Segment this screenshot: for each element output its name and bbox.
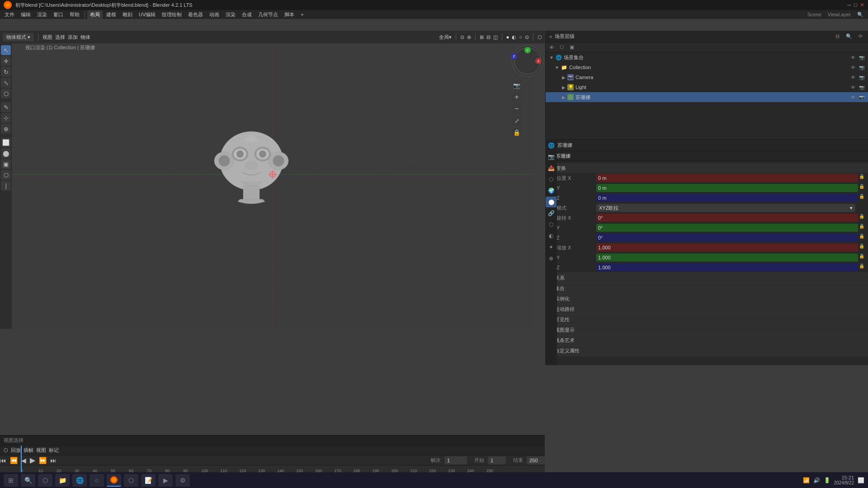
location-x[interactable]: 0 m: [596, 174, 858, 182]
lock-y[interactable]: 🔒: [859, 184, 864, 192]
lock-sy[interactable]: 🔒: [859, 253, 864, 262]
filter-mesh[interactable]: ▣: [568, 43, 576, 51]
tl-view[interactable]: 视图: [36, 447, 46, 454]
zoom-camera-btn[interactable]: 📷: [512, 80, 522, 90]
measure-tool[interactable]: ⊹: [1, 113, 11, 123]
menu-modeling[interactable]: 建模: [104, 10, 119, 19]
menu-script[interactable]: 脚本: [282, 10, 297, 19]
current-frame-input[interactable]: 1: [444, 456, 467, 465]
menu-edit[interactable]: 编辑: [18, 10, 33, 19]
menu-composite[interactable]: 合成: [239, 10, 255, 19]
gizmo-y-axis[interactable]: Y: [524, 47, 531, 53]
prop-object-tab[interactable]: ⬤: [546, 197, 557, 207]
menu-texture-paint[interactable]: 纹理绘制: [159, 10, 184, 19]
lock-rz[interactable]: 🔒: [859, 234, 864, 242]
menu-add[interactable]: +: [298, 11, 306, 18]
bevel-tool[interactable]: ⬡: [1, 170, 11, 180]
outliner-item-scene[interactable]: ▼ 🌐 场景集合 👁 📷: [546, 52, 868, 62]
snap-toggle[interactable]: ⊙: [460, 34, 464, 40]
menu-render2[interactable]: 渲染: [223, 10, 238, 19]
prop-particle-tab[interactable]: ✦: [546, 242, 557, 253]
end-frame-input[interactable]: 250: [527, 456, 545, 465]
rotation-mode-dropdown[interactable]: XYZ欧拉 ▾: [596, 204, 855, 212]
location-y[interactable]: 0 m: [596, 184, 858, 192]
play-reverse-btn[interactable]: ◀: [21, 457, 26, 464]
extrude-tool[interactable]: ⬤: [1, 148, 11, 158]
transform-header[interactable]: ▼ 变换: [546, 163, 868, 173]
motion-paths-header[interactable]: ▶ 运动路径: [546, 304, 868, 314]
close-button[interactable]: ✕: [860, 2, 864, 8]
render-icon[interactable]: 📷: [859, 55, 864, 60]
view-display-header[interactable]: ▶ 视图显示: [546, 325, 868, 335]
material-mode[interactable]: ◐: [512, 34, 516, 40]
outliner-item-camera[interactable]: ▶ 📷 Camera 👁 📷: [546, 72, 868, 82]
outliner-item-light[interactable]: ▶ 💡 Light 👁 📷: [546, 82, 868, 92]
settings-btn[interactable]: ⚙: [175, 474, 190, 487]
add-menu[interactable]: 添加: [68, 34, 78, 41]
file-explorer[interactable]: 📁: [55, 474, 70, 487]
render-mode[interactable]: ○: [519, 34, 522, 40]
edge-btn[interactable]: 🌐: [72, 474, 87, 487]
camera-vis[interactable]: 👁: [851, 75, 855, 80]
prev-keyframe-btn[interactable]: ⏪: [10, 457, 18, 464]
show-gizmos[interactable]: ⊞: [480, 34, 484, 40]
prop-output-tab[interactable]: 📤: [546, 163, 557, 174]
visibility-icon[interactable]: 👁: [851, 55, 855, 60]
light-render[interactable]: 📷: [859, 85, 864, 90]
prop-constraint-tab[interactable]: 🔗: [546, 208, 557, 219]
prop-world-tab[interactable]: 🌍: [546, 185, 557, 196]
relations-header[interactable]: ▶ 关系: [546, 273, 868, 283]
outliner-filter-btn[interactable]: ⊟: [834, 33, 841, 40]
maximize-button[interactable]: □: [854, 2, 857, 8]
next-keyframe-btn[interactable]: ⏩: [39, 457, 47, 464]
scale-y[interactable]: 1.000: [596, 253, 858, 262]
menu-sculpt[interactable]: 雕刻: [120, 10, 135, 19]
rotation-x[interactable]: 0°: [596, 214, 858, 222]
outliner-search-btn[interactable]: 🔍: [844, 33, 854, 40]
select-tool[interactable]: ↖: [1, 45, 11, 55]
clock-display[interactable]: 15:21 2024/8/22: [834, 475, 854, 485]
lock-rx[interactable]: 🔒: [859, 214, 864, 222]
annotate-tool[interactable]: ✎: [1, 102, 11, 112]
show-overlays[interactable]: ⊟: [486, 34, 491, 40]
lock-sx[interactable]: 🔒: [859, 244, 864, 252]
cursor-tool[interactable]: ⊕: [1, 124, 11, 134]
start-btn[interactable]: ⊞: [4, 474, 18, 487]
outliner-sync-btn[interactable]: ⟳: [857, 33, 864, 40]
play-btn[interactable]: ▶: [30, 456, 35, 465]
obj-mode-dropdown[interactable]: 物体模式 ▾: [3, 33, 34, 42]
rendered-mode[interactable]: ⊙: [525, 34, 529, 40]
search-btn2[interactable]: 🔍: [21, 474, 35, 487]
menu-uv[interactable]: UV编辑: [136, 10, 158, 19]
lock-btn[interactable]: 🔒: [512, 127, 522, 137]
viewport-gizmo[interactable]: X Y Z: [512, 45, 543, 77]
add-cube-tool[interactable]: ⬜: [1, 137, 11, 147]
line-art-header[interactable]: ▶ 线条艺术: [546, 335, 868, 345]
move-tool[interactable]: ✛: [1, 56, 11, 66]
collection-vis-icon[interactable]: 👁: [851, 65, 855, 70]
jump-end-btn[interactable]: ⏭: [50, 457, 57, 464]
outliner-item-suzanne[interactable]: ▶ ⬡ 苏珊娜 👁 📷: [546, 92, 868, 102]
menu-render[interactable]: 渲染: [34, 10, 50, 19]
global-local-toggle[interactable]: 全局▾: [439, 34, 452, 41]
prop-material-tab[interactable]: ◐: [546, 230, 557, 241]
menu-geonodes[interactable]: 几何节点: [255, 10, 281, 19]
solid-mode[interactable]: ●: [506, 34, 509, 40]
blender-taskbar-btn[interactable]: [107, 474, 121, 487]
prop-physics-tab[interactable]: ⊕: [546, 253, 557, 264]
lock-z[interactable]: 🔒: [859, 194, 864, 202]
location-z[interactable]: 0 m: [596, 194, 858, 202]
zoom-out-btn[interactable]: −: [512, 104, 522, 114]
visibility-header[interactable]: ▶ 可见性: [546, 314, 868, 324]
light-vis[interactable]: 👁: [851, 85, 855, 90]
lock-ry[interactable]: 🔒: [859, 224, 864, 232]
loop-cut-tool[interactable]: ∣: [1, 181, 11, 191]
outliner-item-collection[interactable]: ▼ 📁 Collection 👁 📷: [546, 62, 868, 72]
notepad-btn[interactable]: 📝: [141, 474, 156, 487]
minimize-button[interactable]: ─: [847, 2, 851, 8]
search-btn[interactable]: 🔍: [854, 11, 866, 19]
prop-render-tab[interactable]: 📷: [546, 151, 557, 162]
menu-shader[interactable]: 着色器: [185, 10, 206, 19]
gizmo-x-axis[interactable]: X: [535, 58, 542, 64]
filter-all[interactable]: ⬡: [558, 43, 566, 51]
